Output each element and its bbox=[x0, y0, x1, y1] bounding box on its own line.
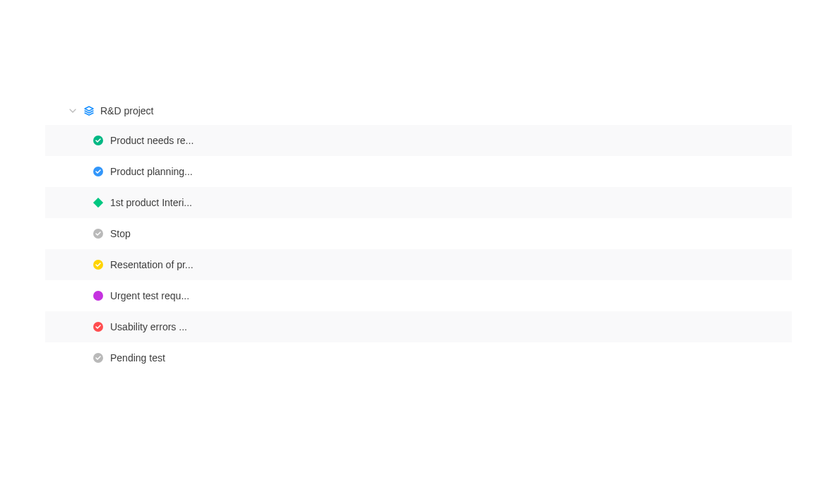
check-circle-red-icon bbox=[93, 322, 103, 332]
task-row[interactable]: Product needs re... bbox=[45, 125, 792, 156]
chevron-down-icon[interactable] bbox=[68, 106, 78, 116]
check-circle-yellow-icon bbox=[93, 260, 103, 270]
project-header[interactable]: R&D project bbox=[45, 102, 792, 125]
task-label: Stop bbox=[110, 228, 131, 239]
project-title: R&D project bbox=[100, 105, 153, 116]
layers-icon bbox=[83, 105, 95, 116]
task-row[interactable]: Usability errors ... bbox=[45, 311, 792, 342]
diamond-green-icon bbox=[93, 198, 103, 208]
task-row[interactable]: Resentation of pr... bbox=[45, 249, 792, 280]
task-row[interactable]: Urgent test requ... bbox=[45, 280, 792, 311]
task-row[interactable]: 1st product Interi... bbox=[45, 187, 792, 218]
svg-point-5 bbox=[93, 291, 103, 301]
task-label: Product needs re... bbox=[110, 135, 194, 146]
dot-purple-icon bbox=[93, 291, 103, 301]
task-label: Usability errors ... bbox=[110, 321, 187, 332]
task-row[interactable]: Pending test bbox=[45, 342, 792, 373]
task-label: Pending test bbox=[110, 352, 165, 364]
task-list: Product needs re... Product planning... … bbox=[45, 125, 792, 373]
task-label: Product planning... bbox=[110, 166, 193, 177]
svg-rect-2 bbox=[93, 198, 103, 208]
task-label: 1st product Interi... bbox=[110, 197, 192, 208]
task-label: Resentation of pr... bbox=[110, 259, 194, 270]
task-row[interactable]: Product planning... bbox=[45, 156, 792, 187]
task-row[interactable]: Stop bbox=[45, 218, 792, 249]
task-label: Urgent test requ... bbox=[110, 290, 189, 301]
check-circle-gray-icon bbox=[93, 229, 103, 239]
check-circle-blue-icon bbox=[93, 167, 103, 176]
check-circle-green-icon bbox=[93, 136, 103, 145]
check-circle-gray-icon bbox=[93, 353, 103, 363]
